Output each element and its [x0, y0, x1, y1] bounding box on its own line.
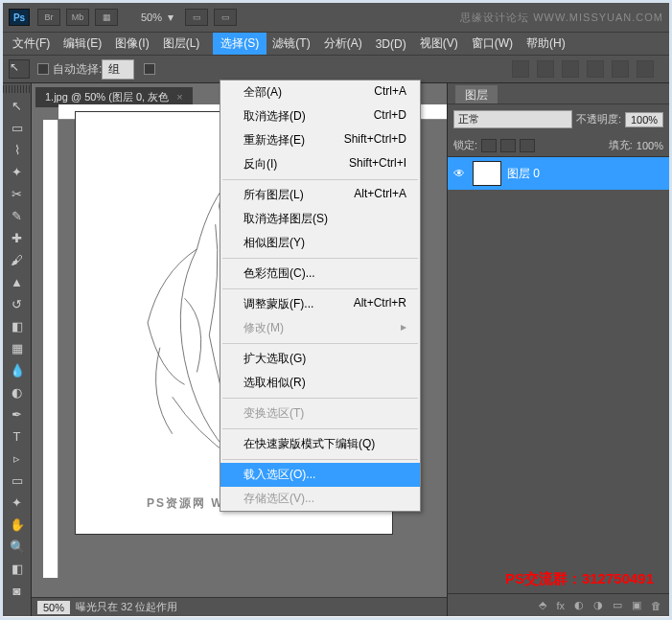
- pen-tool[interactable]: ✒: [5, 403, 30, 425]
- adjustment-icon[interactable]: ◑: [593, 599, 603, 611]
- menu-item[interactable]: 载入选区(O)...: [220, 463, 420, 487]
- new-layer-icon[interactable]: ▣: [632, 599, 641, 611]
- quickmask-tool[interactable]: ◙: [5, 580, 30, 601]
- marquee-tool[interactable]: ▭: [5, 117, 30, 138]
- auto-select-target[interactable]: 组: [102, 59, 134, 80]
- layer-thumbnail[interactable]: [473, 161, 501, 186]
- ruler-vertical: [43, 120, 58, 578]
- blend-mode-select[interactable]: 正常: [453, 110, 572, 128]
- align-buttons: [512, 60, 663, 78]
- visibility-icon[interactable]: 👁: [453, 167, 467, 180]
- menu-analysis[interactable]: 分析(A): [324, 35, 362, 52]
- select-menu-dropdown: 全部(A)Ctrl+A取消选择(D)Ctrl+D重新选择(E)Shift+Ctr…: [220, 80, 421, 512]
- layer-row[interactable]: 👁 图层 0: [448, 157, 669, 190]
- menu-file[interactable]: 文件(F): [12, 35, 50, 52]
- wand-tool[interactable]: ✦: [5, 161, 30, 182]
- delete-icon[interactable]: 🗑: [651, 600, 661, 611]
- menu-edit[interactable]: 编辑(E): [63, 35, 102, 52]
- qq-group-watermark: PS交流群：312750491: [505, 570, 654, 588]
- layers-tab[interactable]: 图层: [455, 85, 498, 104]
- view-extras-icon[interactable]: ▦: [95, 9, 118, 26]
- menu-item[interactable]: 取消选择图层(S): [220, 207, 420, 231]
- dodge-tool[interactable]: ◐: [5, 381, 30, 402]
- link-layers-icon[interactable]: ⬘: [539, 599, 546, 611]
- align-1[interactable]: [512, 60, 529, 78]
- menu-item[interactable]: 变换选区(T): [220, 402, 420, 425]
- toolbox: ↖ ▭ ⌇ ✦ ✂ ✎ ✚ 🖌 ▲ ↺ ◧ ▦ 💧 ◐ ✒ T ▹ ▭ ✦ ✋ …: [3, 83, 32, 616]
- status-message: 曝光只在 32 位起作用: [76, 600, 177, 614]
- fill-field[interactable]: 100%: [637, 140, 663, 151]
- zoom-tool[interactable]: 🔍: [5, 536, 30, 557]
- path-tool[interactable]: ▹: [5, 448, 30, 469]
- menu-item[interactable]: 扩大选取(G): [220, 347, 420, 371]
- arrange-icon[interactable]: ▭: [185, 9, 208, 26]
- ps-logo: Ps: [9, 9, 30, 26]
- opacity-field[interactable]: 100%: [625, 112, 663, 127]
- 3d-tool[interactable]: ✦: [5, 492, 30, 513]
- type-tool[interactable]: T: [5, 425, 30, 447]
- menu-item[interactable]: 重新选择(E)Shift+Ctrl+D: [220, 128, 420, 152]
- move-tool[interactable]: ↖: [5, 95, 30, 116]
- menu-item[interactable]: 相似图层(Y): [220, 231, 420, 255]
- menu-3d[interactable]: 3D(D): [376, 37, 406, 51]
- menu-image[interactable]: 图像(I): [115, 35, 149, 52]
- close-tab-icon[interactable]: ×: [176, 91, 182, 103]
- lock-pixels-icon[interactable]: [481, 139, 497, 152]
- menu-filter[interactable]: 滤镜(T): [272, 35, 310, 52]
- menubar: 文件(F) 编辑(E) 图像(I) 图层(L) 选择(S) 滤镜(T) 分析(A…: [3, 32, 669, 55]
- menu-item[interactable]: 取消选择(D)Ctrl+D: [220, 104, 420, 128]
- minibridge-icon[interactable]: Mb: [66, 9, 89, 26]
- menu-item[interactable]: 存储选区(V)...: [220, 487, 420, 511]
- eyedropper-tool[interactable]: ✎: [5, 205, 30, 226]
- align-6[interactable]: [637, 60, 654, 78]
- status-zoom[interactable]: 50%: [37, 601, 70, 614]
- zoom-display[interactable]: 50%: [141, 11, 162, 23]
- brush-tool[interactable]: 🖌: [5, 249, 30, 270]
- menu-item[interactable]: 调整蒙版(F)...Alt+Ctrl+R: [220, 292, 420, 316]
- crop-tool[interactable]: ✂: [5, 183, 30, 204]
- shape-tool[interactable]: ▭: [5, 470, 30, 491]
- gradient-tool[interactable]: ▦: [5, 337, 30, 358]
- blur-tool[interactable]: 💧: [5, 359, 30, 380]
- auto-select-checkbox[interactable]: [37, 63, 49, 75]
- lock-position-icon[interactable]: [500, 139, 516, 152]
- menu-item[interactable]: 在快速蒙版模式下编辑(Q): [220, 432, 420, 456]
- eraser-tool[interactable]: ◧: [5, 315, 30, 336]
- stamp-tool[interactable]: ▲: [5, 271, 30, 292]
- show-transform-checkbox[interactable]: [144, 63, 155, 75]
- move-tool-icon[interactable]: ↖: [9, 59, 30, 79]
- screenmode-icon[interactable]: ▭: [214, 9, 237, 26]
- fill-label: 填充:: [609, 138, 633, 152]
- lasso-tool[interactable]: ⌇: [5, 139, 30, 160]
- align-4[interactable]: [587, 60, 604, 78]
- menu-layer[interactable]: 图层(L): [163, 35, 200, 52]
- menu-view[interactable]: 视图(V): [420, 35, 458, 52]
- history-brush-tool[interactable]: ↺: [5, 293, 30, 314]
- menu-item[interactable]: 所有图层(L)Alt+Ctrl+A: [220, 183, 420, 207]
- mask-icon[interactable]: ◐: [574, 599, 584, 611]
- layer-name[interactable]: 图层 0: [507, 166, 540, 182]
- fx-icon[interactable]: fx: [556, 600, 565, 611]
- lock-all-icon[interactable]: [520, 139, 535, 152]
- auto-select-label: 自动选择:: [53, 61, 102, 78]
- menu-item[interactable]: 选取相似(R): [220, 371, 420, 395]
- align-5[interactable]: [612, 60, 629, 78]
- hand-tool[interactable]: ✋: [5, 514, 30, 535]
- swatch-tool[interactable]: ◧: [5, 558, 30, 579]
- menu-item[interactable]: 修改(M)▸: [220, 316, 420, 340]
- group-icon[interactable]: ▭: [613, 599, 622, 611]
- opacity-label: 不透明度:: [576, 112, 621, 126]
- align-2[interactable]: [537, 60, 554, 78]
- lock-label: 锁定:: [453, 138, 477, 152]
- menu-help[interactable]: 帮助(H): [526, 35, 566, 52]
- menu-item[interactable]: 色彩范围(C)...: [220, 262, 420, 286]
- menu-item[interactable]: 全部(A)Ctrl+A: [220, 80, 420, 104]
- menu-item[interactable]: 反向(I)Shift+Ctrl+I: [220, 152, 420, 176]
- healing-tool[interactable]: ✚: [5, 227, 30, 248]
- watermark-top: 思缘设计论坛 WWW.MISSYUAN.COM: [460, 11, 663, 25]
- align-3[interactable]: [562, 60, 579, 78]
- menu-window[interactable]: 窗口(W): [472, 35, 513, 52]
- menu-select[interactable]: 选择(S): [213, 33, 266, 55]
- bridge-icon[interactable]: Br: [37, 9, 60, 26]
